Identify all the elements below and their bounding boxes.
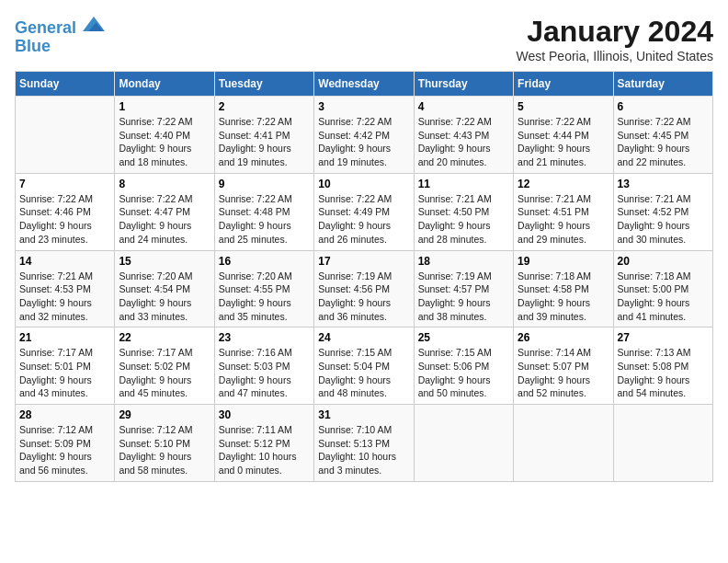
day-number: 10 [318, 178, 409, 190]
logo-icon [83, 15, 105, 33]
day-number: 23 [219, 331, 310, 344]
month-title: January 2024 [516, 15, 713, 49]
day-info: Sunrise: 7:20 AM Sunset: 4:54 PM Dayligh… [119, 270, 210, 324]
calendar-week-row: 7Sunrise: 7:22 AM Sunset: 4:46 PM Daylig… [16, 173, 713, 250]
calendar-cell: 14Sunrise: 7:21 AM Sunset: 4:53 PM Dayli… [16, 250, 115, 327]
column-header-wednesday: Wednesday [314, 72, 414, 97]
logo: General Blue [15, 15, 107, 56]
calendar-cell: 12Sunrise: 7:21 AM Sunset: 4:51 PM Dayli… [514, 173, 613, 250]
calendar-cell: 19Sunrise: 7:18 AM Sunset: 4:58 PM Dayli… [514, 250, 613, 327]
day-number: 28 [19, 408, 110, 421]
day-number: 12 [518, 178, 609, 190]
day-number: 5 [518, 100, 609, 113]
location-title: West Peoria, Illinois, United States [516, 49, 713, 63]
day-number: 14 [19, 255, 110, 268]
day-number: 22 [119, 331, 210, 344]
day-info: Sunrise: 7:10 AM Sunset: 5:13 PM Dayligh… [318, 423, 409, 477]
calendar-cell: 10Sunrise: 7:22 AM Sunset: 4:49 PM Dayli… [314, 173, 414, 250]
page-header: General Blue January 2024 West Peoria, I… [15, 15, 713, 63]
calendar-week-row: 14Sunrise: 7:21 AM Sunset: 4:53 PM Dayli… [16, 250, 713, 327]
calendar-cell: 23Sunrise: 7:16 AM Sunset: 5:03 PM Dayli… [214, 327, 313, 405]
calendar-cell: 26Sunrise: 7:14 AM Sunset: 5:07 PM Dayli… [514, 327, 613, 405]
calendar-cell: 13Sunrise: 7:21 AM Sunset: 4:52 PM Dayli… [613, 173, 712, 250]
calendar-cell [514, 405, 613, 482]
calendar-cell: 24Sunrise: 7:15 AM Sunset: 5:04 PM Dayli… [314, 327, 414, 405]
calendar-cell: 20Sunrise: 7:18 AM Sunset: 5:00 PM Dayli… [613, 250, 712, 327]
calendar-cell: 29Sunrise: 7:12 AM Sunset: 5:10 PM Dayli… [115, 405, 214, 482]
calendar-cell: 8Sunrise: 7:22 AM Sunset: 4:47 PM Daylig… [115, 173, 214, 250]
calendar-cell: 27Sunrise: 7:13 AM Sunset: 5:08 PM Dayli… [613, 327, 712, 405]
day-number: 17 [318, 255, 409, 268]
day-info: Sunrise: 7:22 AM Sunset: 4:48 PM Dayligh… [219, 192, 310, 247]
calendar-cell [414, 405, 513, 482]
day-info: Sunrise: 7:21 AM Sunset: 4:50 PM Dayligh… [418, 192, 509, 247]
calendar-cell: 21Sunrise: 7:17 AM Sunset: 5:01 PM Dayli… [16, 327, 115, 405]
day-info: Sunrise: 7:15 AM Sunset: 5:06 PM Dayligh… [418, 346, 509, 400]
logo-line1: General [15, 18, 76, 37]
day-number: 9 [219, 178, 310, 190]
day-info: Sunrise: 7:22 AM Sunset: 4:40 PM Dayligh… [119, 115, 210, 169]
day-info: Sunrise: 7:22 AM Sunset: 4:43 PM Dayligh… [418, 115, 509, 169]
calendar-cell: 6Sunrise: 7:22 AM Sunset: 4:45 PM Daylig… [613, 97, 712, 174]
calendar-cell [16, 97, 115, 174]
calendar-cell: 9Sunrise: 7:22 AM Sunset: 4:48 PM Daylig… [214, 173, 313, 250]
day-number: 1 [119, 100, 210, 113]
day-info: Sunrise: 7:18 AM Sunset: 4:58 PM Dayligh… [518, 270, 609, 324]
day-number: 8 [119, 178, 210, 190]
day-info: Sunrise: 7:14 AM Sunset: 5:07 PM Dayligh… [518, 346, 609, 400]
day-number: 26 [518, 331, 609, 344]
calendar-header-row: SundayMondayTuesdayWednesdayThursdayFrid… [16, 72, 713, 97]
day-info: Sunrise: 7:21 AM Sunset: 4:53 PM Dayligh… [19, 270, 110, 324]
day-number: 3 [318, 100, 409, 113]
day-info: Sunrise: 7:17 AM Sunset: 5:02 PM Dayligh… [119, 346, 210, 400]
day-number: 2 [219, 100, 310, 113]
day-info: Sunrise: 7:15 AM Sunset: 5:04 PM Dayligh… [318, 346, 409, 400]
day-number: 6 [618, 100, 709, 113]
day-info: Sunrise: 7:12 AM Sunset: 5:09 PM Dayligh… [19, 423, 110, 477]
logo-line2: Blue [15, 38, 107, 56]
calendar-cell: 5Sunrise: 7:22 AM Sunset: 4:44 PM Daylig… [514, 97, 613, 174]
column-header-monday: Monday [115, 72, 214, 97]
day-info: Sunrise: 7:22 AM Sunset: 4:46 PM Dayligh… [19, 192, 110, 247]
calendar-cell: 30Sunrise: 7:11 AM Sunset: 5:12 PM Dayli… [214, 405, 313, 482]
calendar-cell: 11Sunrise: 7:21 AM Sunset: 4:50 PM Dayli… [414, 173, 513, 250]
day-info: Sunrise: 7:22 AM Sunset: 4:47 PM Dayligh… [119, 192, 210, 247]
day-number: 13 [618, 178, 709, 190]
day-number: 31 [318, 408, 409, 421]
column-header-tuesday: Tuesday [214, 72, 313, 97]
calendar-cell: 25Sunrise: 7:15 AM Sunset: 5:06 PM Dayli… [414, 327, 513, 405]
day-number: 16 [219, 255, 310, 268]
day-number: 29 [119, 408, 210, 421]
day-info: Sunrise: 7:22 AM Sunset: 4:41 PM Dayligh… [219, 115, 310, 169]
day-info: Sunrise: 7:22 AM Sunset: 4:42 PM Dayligh… [318, 115, 409, 169]
day-info: Sunrise: 7:17 AM Sunset: 5:01 PM Dayligh… [19, 346, 110, 400]
day-info: Sunrise: 7:20 AM Sunset: 4:55 PM Dayligh… [219, 270, 310, 324]
calendar-cell [613, 405, 712, 482]
calendar-week-row: 1Sunrise: 7:22 AM Sunset: 4:40 PM Daylig… [16, 97, 713, 174]
day-info: Sunrise: 7:13 AM Sunset: 5:08 PM Dayligh… [618, 346, 709, 400]
title-block: January 2024 West Peoria, Illinois, Unit… [516, 15, 713, 63]
day-info: Sunrise: 7:16 AM Sunset: 5:03 PM Dayligh… [219, 346, 310, 400]
day-info: Sunrise: 7:21 AM Sunset: 4:51 PM Dayligh… [518, 192, 609, 247]
day-number: 25 [418, 331, 509, 344]
calendar-cell: 22Sunrise: 7:17 AM Sunset: 5:02 PM Dayli… [115, 327, 214, 405]
day-info: Sunrise: 7:12 AM Sunset: 5:10 PM Dayligh… [119, 423, 210, 477]
day-number: 7 [19, 178, 110, 190]
day-number: 24 [318, 331, 409, 344]
day-info: Sunrise: 7:22 AM Sunset: 4:44 PM Dayligh… [518, 115, 609, 169]
calendar-cell: 17Sunrise: 7:19 AM Sunset: 4:56 PM Dayli… [314, 250, 414, 327]
calendar-cell: 4Sunrise: 7:22 AM Sunset: 4:43 PM Daylig… [414, 97, 513, 174]
logo-text: General [15, 15, 107, 38]
calendar-cell: 2Sunrise: 7:22 AM Sunset: 4:41 PM Daylig… [214, 97, 313, 174]
calendar-cell: 28Sunrise: 7:12 AM Sunset: 5:09 PM Dayli… [16, 405, 115, 482]
column-header-thursday: Thursday [414, 72, 513, 97]
column-header-saturday: Saturday [613, 72, 712, 97]
column-header-friday: Friday [514, 72, 613, 97]
calendar-cell: 3Sunrise: 7:22 AM Sunset: 4:42 PM Daylig… [314, 97, 414, 174]
calendar-cell: 18Sunrise: 7:19 AM Sunset: 4:57 PM Dayli… [414, 250, 513, 327]
day-info: Sunrise: 7:18 AM Sunset: 5:00 PM Dayligh… [618, 270, 709, 324]
calendar-table: SundayMondayTuesdayWednesdayThursdayFrid… [15, 71, 713, 482]
day-number: 11 [418, 178, 509, 190]
calendar-cell: 31Sunrise: 7:10 AM Sunset: 5:13 PM Dayli… [314, 405, 414, 482]
calendar-cell: 15Sunrise: 7:20 AM Sunset: 4:54 PM Dayli… [115, 250, 214, 327]
